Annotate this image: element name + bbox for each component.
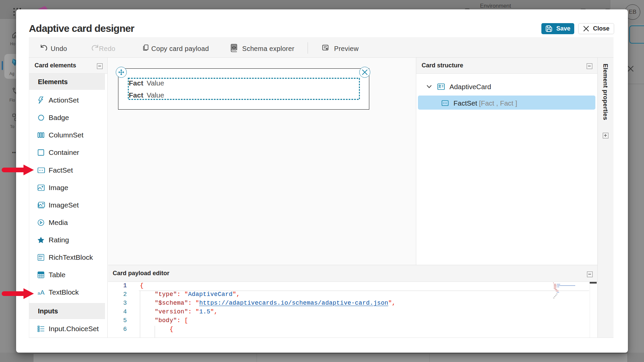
- svg-text:a: a: [38, 291, 40, 296]
- svg-text:def: def: [39, 257, 42, 260]
- svg-text:A: A: [40, 289, 45, 296]
- svg-text:Abc: Abc: [39, 255, 43, 257]
